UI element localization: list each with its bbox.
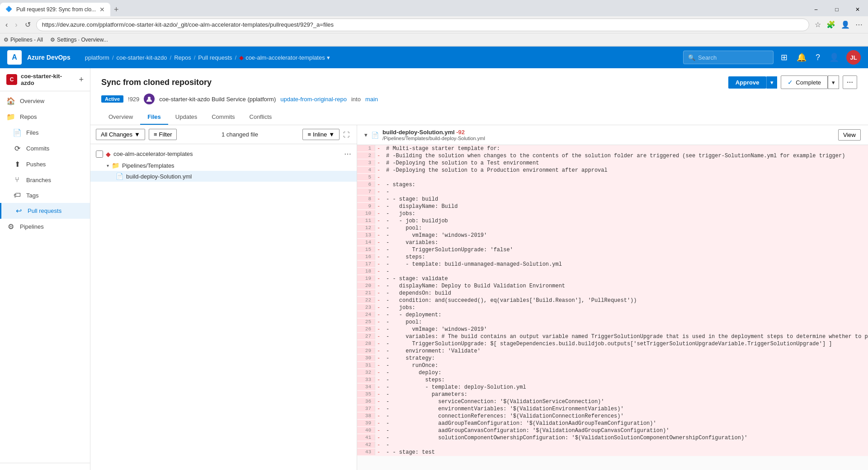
tab-close-btn[interactable]: ✕: [99, 6, 105, 13]
diff-view-button[interactable]: View: [838, 129, 861, 141]
line-sign: -: [375, 384, 384, 391]
bookmark-icon[interactable]: ☆: [813, 19, 823, 31]
help-icon[interactable]: ?: [814, 51, 822, 64]
line-sign: -: [375, 434, 384, 442]
sidebar-add-button[interactable]: +: [79, 75, 84, 85]
bookmark-pipelines[interactable]: ⚙ Pipelines - All: [4, 37, 43, 43]
ado-logo[interactable]: A: [7, 50, 22, 65]
bookmark-settings[interactable]: ⚙ Settings · Overview...: [50, 37, 108, 43]
diff-line: 30-- strategy:: [357, 355, 868, 362]
repos-icon: 📁: [6, 113, 15, 121]
breadcrumb-pplatform[interactable]: pplatform: [85, 54, 109, 61]
inline-view-toggle[interactable]: ≡ Inline ▼: [302, 129, 340, 140]
breadcrumb-repo-link[interactable]: coe-alm-accelerator-templates: [245, 54, 325, 61]
search-input[interactable]: [698, 54, 769, 61]
diff-line: 34-- - template: deploy-Solution.yml: [357, 384, 868, 391]
search-box[interactable]: 🔍: [683, 51, 774, 64]
line-content: -: [384, 268, 868, 275]
tab-conflicts[interactable]: Conflicts: [242, 110, 279, 125]
breadcrumb-pull-requests[interactable]: Pull requests: [198, 54, 232, 61]
url-input[interactable]: [36, 19, 809, 31]
diff-line: 3-# -Deploying the solution to a Test en…: [357, 160, 868, 167]
line-content: - deploy:: [384, 369, 868, 376]
breadcrumb-project[interactable]: coe-starter-kit-azdo: [117, 54, 167, 61]
line-number: 38: [357, 413, 375, 419]
root-more-button[interactable]: ⋯: [344, 150, 351, 158]
diff-line: 22-- condition: and(succeeded(), eq(vari…: [357, 297, 868, 304]
ado-header: A Azure DevOps pplatform / coe-starter-k…: [0, 47, 868, 68]
line-sign: -: [375, 391, 384, 398]
sidebar-item-pipelines[interactable]: ⚙ Pipelines: [0, 219, 90, 235]
line-number: 24: [357, 311, 375, 318]
root-checkbox[interactable]: [96, 150, 103, 158]
line-content: - runOnce:: [384, 362, 868, 369]
tab-updates[interactable]: Updates: [168, 110, 204, 125]
line-content: - TriggerSolutionUpgrade: $[ stageDepend…: [384, 340, 868, 348]
line-sign: -: [375, 311, 384, 319]
sidebar-item-commits[interactable]: ⟳ Commits: [0, 141, 90, 156]
ado-title: Azure DevOps: [27, 54, 71, 61]
line-content: - pool:: [384, 319, 868, 326]
more-actions-button[interactable]: ⋯: [843, 75, 857, 89]
profile-icon[interactable]: 👤: [839, 19, 852, 31]
account-icon[interactable]: 👤: [827, 51, 841, 64]
diff-line: 25-- pool:: [357, 319, 868, 326]
forward-button[interactable]: ›: [13, 19, 19, 31]
favorites-icon[interactable]: 🔔: [795, 51, 808, 64]
sidebar-item-pushes[interactable]: ⬆ Pushes: [0, 156, 90, 172]
pipelines-icon: ⚙: [4, 37, 9, 43]
line-content: - pool:: [384, 225, 868, 232]
diff-line: 37-- environmentVariables: '$(Validation…: [357, 405, 868, 413]
file-tree-folder[interactable]: ▾ 📁 Pipelines/Templates: [90, 160, 357, 171]
back-button[interactable]: ‹: [4, 19, 9, 31]
approve-dropdown-button[interactable]: ▾: [766, 76, 777, 89]
expand-button[interactable]: ⛶: [341, 129, 351, 140]
extensions-icon[interactable]: 🧩: [825, 19, 837, 31]
diff-collapse-icon[interactable]: ▾: [364, 132, 368, 138]
sidebar-collapse-button[interactable]: «: [62, 468, 69, 470]
filter-button[interactable]: ≡ Filter: [149, 129, 177, 140]
pr-title-row: Sync from cloned repository Approve ▾ ✓ …: [101, 75, 857, 89]
line-sign: -: [375, 181, 384, 188]
sidebar-item-files[interactable]: 📄 Files: [0, 125, 90, 141]
sidebar-item-overview[interactable]: 🏠 Overview: [0, 93, 90, 109]
line-content: - strategy:: [384, 355, 868, 362]
sidebar: C coe-starter-kit-azdo + 🏠 Overview 📁 Re…: [0, 68, 90, 470]
new-tab-button[interactable]: +: [110, 5, 123, 14]
sidebar-nav: 🏠 Overview 📁 Repos 📄 Files ⟳ Commits ⬆ P…: [0, 91, 90, 463]
sidebar-item-branches[interactable]: ⑂ Branches: [0, 172, 90, 188]
minimize-button[interactable]: –: [806, 1, 826, 18]
line-sign: -: [375, 275, 384, 282]
maximize-button[interactable]: □: [826, 1, 847, 18]
breadcrumb-repos[interactable]: Repos: [174, 54, 191, 61]
user-avatar[interactable]: JL: [846, 50, 861, 65]
source-branch-link[interactable]: update-from-original-repo: [280, 96, 347, 103]
line-sign: -: [375, 304, 384, 311]
tab-files[interactable]: Files: [140, 110, 168, 125]
line-content: - steps:: [384, 254, 868, 261]
file-tree-file[interactable]: 📄 build-deploy-Solution.yml: [90, 171, 357, 182]
complete-button[interactable]: ✓ Complete: [781, 75, 828, 89]
project-settings-item[interactable]: ⚙ Project settings «: [0, 463, 90, 470]
approve-button[interactable]: Approve: [728, 76, 767, 89]
file-tree-root[interactable]: ◆ coe-alm-accelerator-templates ⋯: [90, 148, 357, 160]
line-sign: -: [375, 261, 384, 268]
target-branch-link[interactable]: main: [365, 96, 378, 103]
sidebar-item-tags[interactable]: 🏷 Tags: [0, 188, 90, 203]
tab-overview[interactable]: Overview: [101, 110, 140, 125]
sidebar-item-repos[interactable]: 📁 Repos: [0, 109, 90, 125]
pr-title: Sync from cloned repository: [101, 78, 212, 87]
refresh-button[interactable]: ↺: [23, 19, 33, 31]
tab-commits[interactable]: Commits: [204, 110, 242, 125]
grid-view-icon[interactable]: ⊞: [779, 51, 789, 64]
all-changes-dropdown[interactable]: All Changes ▼: [96, 129, 145, 140]
close-button[interactable]: ✕: [847, 1, 868, 18]
more-options-icon[interactable]: ⋯: [854, 19, 864, 31]
complete-dropdown-button[interactable]: ▾: [828, 75, 839, 89]
line-number: 14: [357, 239, 375, 245]
line-number: 31: [357, 362, 375, 368]
line-sign: -: [375, 427, 384, 434]
sidebar-item-pull-requests[interactable]: ↩ Pull requests: [0, 203, 90, 219]
line-content: - steps:: [384, 376, 868, 384]
active-tab[interactable]: 🔷 Pull request 929: Sync from clo... ✕: [0, 3, 110, 16]
